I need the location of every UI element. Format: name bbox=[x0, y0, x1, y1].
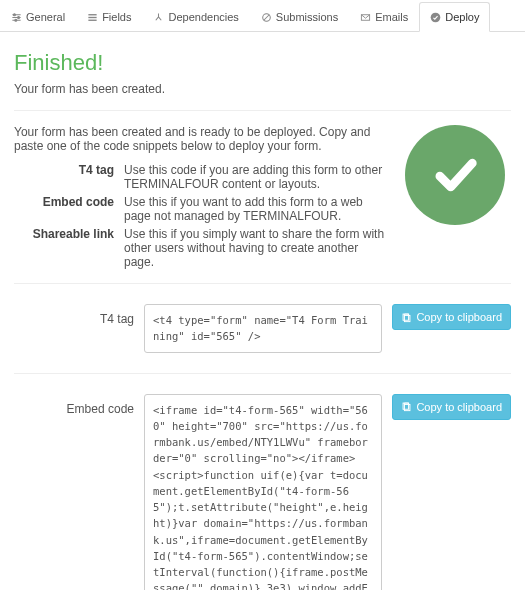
clipboard-icon bbox=[401, 312, 412, 323]
tabs-bar: General Fields Dependencies Submissions … bbox=[0, 2, 525, 32]
tab-label: General bbox=[26, 11, 65, 23]
desc-text-embed: Use this if you want to add this form to… bbox=[124, 195, 391, 223]
branch-icon bbox=[153, 12, 164, 23]
svg-point-2 bbox=[15, 19, 17, 21]
desc-text-t4tag: Use this code if you are adding this for… bbox=[124, 163, 391, 191]
code-box-embed[interactable]: <iframe id="t4-form-565" width="560" hei… bbox=[144, 394, 382, 590]
intro-text: Your form has been created and is ready … bbox=[14, 125, 391, 153]
tab-emails[interactable]: Emails bbox=[349, 2, 419, 31]
desc-label-share: Shareable link bbox=[14, 227, 114, 269]
snippet-label: Embed code bbox=[14, 394, 134, 416]
success-badge bbox=[405, 125, 505, 225]
svg-point-1 bbox=[18, 16, 20, 18]
svg-point-8 bbox=[431, 12, 441, 22]
divider bbox=[14, 373, 511, 374]
code-box-t4tag[interactable]: <t4 type="form" name="T4 Form Training" … bbox=[144, 304, 382, 353]
tab-label: Submissions bbox=[276, 11, 338, 23]
copy-button-embed[interactable]: Copy to clipboard bbox=[392, 394, 511, 420]
divider bbox=[14, 110, 511, 111]
snippet-label: T4 tag bbox=[14, 304, 134, 326]
descriptions-list: T4 tag Use this code if you are adding t… bbox=[14, 163, 391, 269]
tab-dependencies[interactable]: Dependencies bbox=[142, 2, 249, 31]
svg-rect-3 bbox=[89, 14, 97, 15]
tab-general[interactable]: General bbox=[0, 2, 76, 31]
tab-deploy[interactable]: Deploy bbox=[419, 2, 490, 32]
circle-slash-icon bbox=[261, 12, 272, 23]
page-title: Finished! bbox=[14, 50, 511, 76]
snippet-row-embed: Embed code <iframe id="t4-form-565" widt… bbox=[14, 388, 511, 590]
desc-label-embed: Embed code bbox=[14, 195, 114, 223]
tab-fields[interactable]: Fields bbox=[76, 2, 142, 31]
sliders-icon bbox=[11, 12, 22, 23]
divider bbox=[14, 283, 511, 284]
tab-submissions[interactable]: Submissions bbox=[250, 2, 349, 31]
desc-text-share: Use this if you simply want to share the… bbox=[124, 227, 391, 269]
tab-label: Dependencies bbox=[168, 11, 238, 23]
tab-label: Deploy bbox=[445, 11, 479, 23]
desc-label-t4tag: T4 tag bbox=[14, 163, 114, 191]
copy-button-t4tag[interactable]: Copy to clipboard bbox=[392, 304, 511, 330]
svg-point-0 bbox=[13, 13, 15, 15]
check-circle-icon bbox=[430, 12, 441, 23]
svg-rect-5 bbox=[89, 19, 97, 20]
snippet-row-t4tag: T4 tag <t4 type="form" name="T4 Form Tra… bbox=[14, 298, 511, 359]
check-icon bbox=[429, 148, 481, 203]
tab-label: Emails bbox=[375, 11, 408, 23]
clipboard-icon bbox=[401, 401, 412, 412]
copy-button-label: Copy to clipboard bbox=[416, 401, 502, 413]
list-icon bbox=[87, 12, 98, 23]
envelope-icon bbox=[360, 12, 371, 23]
copy-button-label: Copy to clipboard bbox=[416, 311, 502, 323]
svg-rect-4 bbox=[89, 16, 97, 17]
deploy-panel: Finished! Your form has been created. Yo… bbox=[0, 32, 525, 590]
tab-label: Fields bbox=[102, 11, 131, 23]
page-subtitle: Your form has been created. bbox=[14, 82, 511, 96]
